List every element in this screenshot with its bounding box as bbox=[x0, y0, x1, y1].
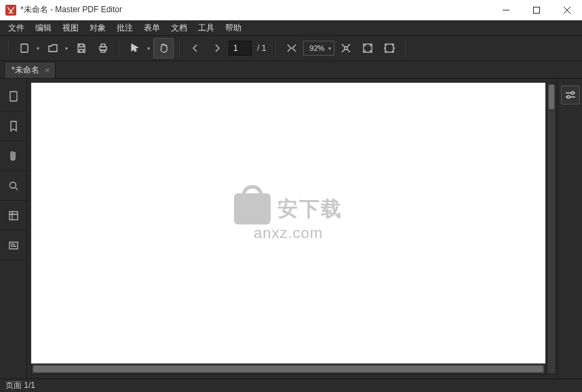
svg-rect-2 bbox=[100, 47, 106, 50]
settings-button[interactable] bbox=[561, 85, 580, 104]
right-sidebar bbox=[558, 79, 582, 378]
form-panel-button[interactable] bbox=[0, 231, 27, 260]
tab-row: *未命名 × bbox=[0, 61, 582, 79]
pages-panel-button[interactable] bbox=[0, 81, 27, 111]
svg-rect-5 bbox=[345, 47, 347, 50]
svg-rect-1 bbox=[21, 44, 28, 52]
watermark: 安下载 anxz.com bbox=[234, 193, 343, 242]
maximize-button[interactable] bbox=[521, 0, 551, 20]
fit-width-button[interactable] bbox=[379, 38, 400, 58]
zoom-combo[interactable]: 92%▾ bbox=[303, 41, 334, 56]
svg-rect-0 bbox=[533, 7, 539, 13]
svg-point-13 bbox=[567, 96, 570, 98]
menu-form[interactable]: 表单 bbox=[138, 20, 166, 35]
titlebar: *未命名 - Master PDF Editor bbox=[0, 0, 582, 20]
svg-rect-10 bbox=[9, 212, 18, 220]
window-title: *未命名 - Master PDF Editor bbox=[20, 4, 122, 16]
search-panel-button[interactable] bbox=[0, 171, 27, 201]
zoom-value: 92% bbox=[309, 44, 324, 52]
menu-tools[interactable]: 工具 bbox=[193, 20, 220, 35]
watermark-cn: 安下载 bbox=[277, 195, 343, 223]
tab-document[interactable]: *未命名 × bbox=[4, 62, 56, 78]
page-area[interactable]: 安下载 anxz.com bbox=[31, 83, 545, 374]
menu-object[interactable]: 对象 bbox=[84, 20, 111, 35]
vertical-scrollbar[interactable] bbox=[547, 83, 556, 374]
new-dropdown[interactable]: ▾ bbox=[35, 45, 41, 52]
menu-view[interactable]: 视图 bbox=[57, 20, 84, 35]
menubar: 文件 编辑 视图 对象 批注 表单 文档 工具 帮助 bbox=[0, 20, 582, 35]
attachments-panel-button[interactable] bbox=[0, 141, 27, 171]
svg-point-12 bbox=[571, 92, 574, 94]
workspace: 安下载 anxz.com bbox=[0, 79, 582, 378]
zoom-tool[interactable] bbox=[282, 38, 302, 58]
menu-edit[interactable]: 编辑 bbox=[30, 20, 57, 35]
open-button[interactable] bbox=[43, 38, 63, 58]
tab-label: *未命名 bbox=[12, 64, 39, 76]
app-icon bbox=[5, 5, 16, 16]
bag-icon bbox=[234, 193, 271, 224]
left-sidebar bbox=[0, 79, 27, 378]
chevron-down-icon: ▾ bbox=[328, 45, 331, 52]
bookmarks-panel-button[interactable] bbox=[0, 111, 27, 141]
menu-help[interactable]: 帮助 bbox=[220, 20, 247, 35]
select-dropdown[interactable]: ▾ bbox=[145, 45, 152, 52]
document-page[interactable]: 安下载 anxz.com bbox=[31, 83, 545, 364]
new-button[interactable] bbox=[14, 38, 35, 58]
fit-page-button[interactable] bbox=[357, 38, 378, 58]
minimize-button[interactable] bbox=[490, 0, 521, 20]
close-button[interactable] bbox=[551, 0, 582, 20]
canvas-wrap: 安下载 anxz.com bbox=[27, 79, 558, 378]
svg-point-9 bbox=[10, 182, 16, 188]
print-button[interactable] bbox=[93, 38, 113, 58]
hand-tool[interactable] bbox=[153, 38, 174, 58]
horizontal-scrollbar[interactable] bbox=[31, 364, 545, 374]
save-button[interactable] bbox=[71, 38, 92, 58]
thumbnails-panel-button[interactable] bbox=[0, 201, 27, 231]
page-input[interactable] bbox=[229, 41, 252, 56]
status-bar: 页面 1/1 bbox=[0, 378, 582, 392]
svg-rect-4 bbox=[101, 50, 105, 52]
svg-rect-11 bbox=[9, 242, 18, 249]
svg-rect-8 bbox=[10, 92, 17, 101]
watermark-en: anxz.com bbox=[234, 224, 343, 242]
page-total: / 1 bbox=[257, 43, 266, 53]
open-dropdown[interactable]: ▾ bbox=[63, 45, 70, 52]
menu-document[interactable]: 文档 bbox=[166, 20, 193, 35]
status-page: 页面 1/1 bbox=[5, 380, 35, 391]
prev-page-button[interactable] bbox=[185, 38, 206, 58]
toolbar: ▾ ▾ ▾ / 1 92%▾ bbox=[0, 35, 582, 61]
menu-file[interactable]: 文件 bbox=[3, 20, 30, 35]
select-tool[interactable] bbox=[125, 38, 145, 58]
close-icon[interactable]: × bbox=[45, 65, 50, 75]
next-page-button[interactable] bbox=[207, 38, 227, 58]
svg-rect-3 bbox=[101, 44, 105, 47]
menu-annotate[interactable]: 批注 bbox=[111, 20, 138, 35]
fit-actual-button[interactable] bbox=[336, 38, 356, 58]
